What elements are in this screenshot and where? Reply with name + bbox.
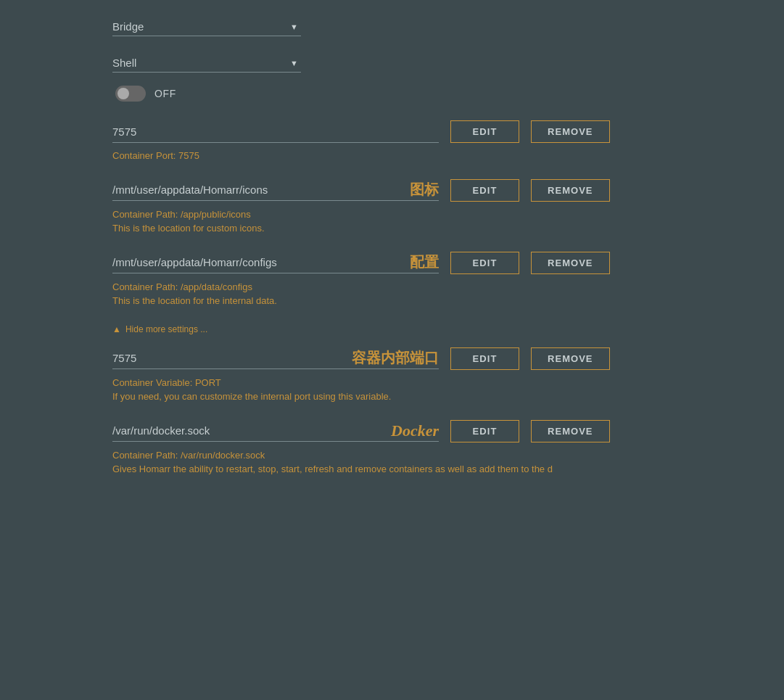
hide-settings-label: Hide more settings ... (125, 324, 207, 334)
port-input[interactable] (112, 121, 439, 143)
internal-port-field-group: 容器内部端口 EDIT REMOVE Container Variable: P… (112, 347, 672, 404)
icons-edit-button[interactable]: EDIT (450, 179, 519, 202)
icons-remove-button[interactable]: REMOVE (531, 179, 610, 202)
toggle-switch[interactable] (115, 86, 146, 102)
icons-info: Container Path: /app/public/icons This i… (112, 207, 672, 236)
internal-port-badge: 容器内部端口 (352, 348, 439, 368)
configs-path-input[interactable] (112, 252, 403, 273)
docker-sock-input[interactable] (112, 420, 384, 441)
port-info: Container Port: 7575 (112, 149, 672, 163)
docker-sock-badge: Docker (391, 421, 439, 440)
docker-sock-info: Container Path: /var/run/docker.sock Giv… (112, 448, 672, 477)
configs-badge: 配置 (410, 252, 439, 272)
hide-settings-toggle[interactable]: ▲ Hide more settings ... (112, 324, 672, 334)
docker-sock-remove-button[interactable]: REMOVE (531, 420, 610, 442)
configs-edit-button[interactable]: EDIT (450, 252, 519, 274)
docker-sock-field-group: Docker EDIT REMOVE Container Path: /var/… (112, 420, 672, 477)
port-field-group: EDIT REMOVE Container Port: 7575 (112, 120, 672, 163)
docker-sock-edit-button[interactable]: EDIT (450, 420, 519, 442)
icons-field-group: 图标 EDIT REMOVE Container Path: /app/publ… (112, 179, 672, 236)
icons-path-input[interactable] (112, 179, 403, 200)
icons-badge: 图标 (410, 180, 439, 199)
internal-port-edit-button[interactable]: EDIT (450, 347, 519, 370)
bridge-dropdown[interactable]: Bridge Host None (112, 17, 301, 36)
chevron-up-icon: ▲ (112, 324, 121, 334)
port-edit-button[interactable]: EDIT (450, 120, 519, 143)
toggle-label: OFF (154, 88, 176, 99)
configs-info: Container Path: /app/data/configs This i… (112, 280, 672, 308)
internal-port-remove-button[interactable]: REMOVE (531, 347, 610, 370)
internal-port-info: Container Variable: PORT If you need, yo… (112, 376, 672, 404)
configs-field-group: 配置 EDIT REMOVE Container Path: /app/data… (112, 252, 672, 308)
toggle-slider (115, 86, 146, 102)
shell-dropdown[interactable]: Shell Bash sh (112, 54, 301, 73)
port-remove-button[interactable]: REMOVE (531, 120, 610, 143)
configs-remove-button[interactable]: REMOVE (531, 252, 610, 274)
internal-port-input[interactable] (112, 347, 344, 368)
